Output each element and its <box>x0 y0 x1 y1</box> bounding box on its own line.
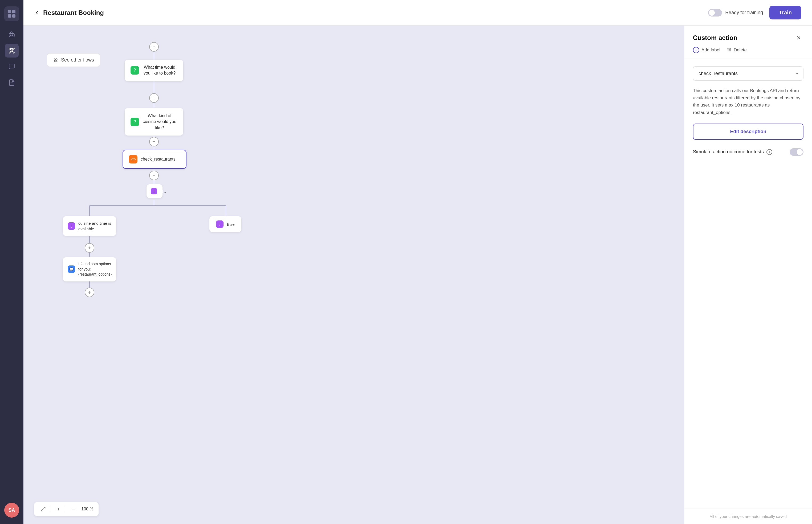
svg-point-34 <box>56 59 57 60</box>
avatar[interactable]: SA <box>4 503 19 518</box>
add-label-button[interactable]: + Add label <box>693 47 720 53</box>
add-button-top[interactable]: + <box>149 42 159 52</box>
header: Restaurant Booking Ready for training Tr… <box>23 0 812 26</box>
panel-header: Custom action + Add label <box>684 26 812 59</box>
delete-icon <box>727 47 732 53</box>
svg-point-9 <box>11 50 12 51</box>
add-button-6[interactable]: + <box>85 288 94 297</box>
action-description: This custom action calls our Bookings AP… <box>693 87 803 116</box>
action-dropdown[interactable]: check_restaurants <box>693 66 803 81</box>
simulate-row: Simulate action outcome for tests i <box>693 148 803 156</box>
ready-label: Ready for training <box>725 10 763 15</box>
zoom-in-button[interactable]: + <box>54 505 63 513</box>
ready-toggle[interactable] <box>708 9 722 17</box>
cuisine-icon: ⋮ <box>68 222 75 230</box>
panel-body: check_restaurants This custom action cal… <box>684 59 812 509</box>
add-button-3[interactable]: + <box>149 137 159 146</box>
svg-line-15 <box>10 51 12 52</box>
fullscreen-button[interactable] <box>39 505 47 513</box>
svg-line-38 <box>41 510 43 511</box>
svg-line-16 <box>12 51 14 52</box>
panel-title: Custom action <box>693 34 737 42</box>
svg-point-8 <box>13 48 14 49</box>
panel-actions: + Add label Delete <box>693 47 803 53</box>
svg-point-7 <box>9 48 10 49</box>
page-title: Restaurant Booking <box>43 9 104 17</box>
check-restaurants-node[interactable]: </> check_restaurants <box>123 150 187 169</box>
cuisine-time-label: cuisine and time is available <box>78 220 111 232</box>
delete-text: Delete <box>734 47 747 53</box>
svg-point-10 <box>9 52 10 53</box>
sidebar: SA <box>0 0 23 524</box>
else-label: Else <box>227 222 235 227</box>
train-button[interactable]: Train <box>769 6 801 19</box>
svg-point-6 <box>12 35 13 36</box>
response-label: I found som options for you: {restaurant… <box>78 261 112 277</box>
simulate-toggle[interactable] <box>790 148 803 156</box>
question1-node[interactable]: ? What time would you like to book? <box>125 60 183 81</box>
sidebar-item-flows[interactable] <box>5 44 19 58</box>
add-button-4[interactable]: + <box>149 171 159 180</box>
main-area: Restaurant Booking Ready for training Tr… <box>23 0 812 524</box>
svg-point-36 <box>56 60 57 62</box>
sidebar-logo[interactable] <box>4 6 19 21</box>
response-icon: 💬 <box>68 265 75 273</box>
svg-point-33 <box>54 59 55 60</box>
edit-description-button[interactable]: Edit description <box>693 124 803 140</box>
action-icon: </> <box>129 155 138 163</box>
panel-title-row: Custom action <box>693 33 803 43</box>
else-icon: ⋮ <box>216 220 224 228</box>
svg-line-37 <box>44 507 45 509</box>
svg-point-11 <box>13 52 14 53</box>
svg-rect-2 <box>8 14 11 18</box>
see-other-flows-label: See other flows <box>61 57 94 63</box>
canvas-wrapper: See other flows + ? What time would you … <box>23 26 812 524</box>
simulate-label-group: Simulate action outcome for tests i <box>693 149 772 155</box>
info-icon[interactable]: i <box>766 149 772 155</box>
panel-close-button[interactable] <box>794 33 803 43</box>
add-button-2[interactable]: + <box>149 93 159 103</box>
zoom-controls: + − 100 % <box>34 502 99 516</box>
flow-canvas[interactable]: See other flows + ? What time would you … <box>23 26 684 524</box>
svg-point-35 <box>54 60 55 62</box>
if-node[interactable]: ⋮ If... <box>146 184 162 198</box>
svg-line-14 <box>12 49 14 50</box>
check-restaurants-label: check_restaurants <box>141 157 176 162</box>
if-icon: ⋮ <box>151 188 157 194</box>
sidebar-item-bot[interactable] <box>5 28 19 42</box>
svg-rect-4 <box>9 34 14 37</box>
add-button-5[interactable]: + <box>85 243 94 253</box>
question2-icon: ? <box>130 118 139 126</box>
header-actions: Ready for training Train <box>708 6 801 19</box>
question2-label: What kind of cuisine would you like? <box>142 113 177 131</box>
sidebar-item-docs[interactable] <box>5 76 19 89</box>
see-other-flows-button[interactable]: See other flows <box>47 53 100 67</box>
zoom-out-button[interactable]: − <box>69 505 78 513</box>
autosave-text: All of your changes are automatically sa… <box>710 514 787 519</box>
cuisine-time-node[interactable]: ⋮ cuisine and time is available <box>63 216 116 236</box>
panel-footer: All of your changes are automatically sa… <box>684 509 812 524</box>
question1-icon: ? <box>130 66 139 75</box>
else-node[interactable]: ⋮ Else <box>209 216 241 232</box>
sidebar-item-chat[interactable] <box>5 60 19 73</box>
svg-rect-0 <box>8 10 11 13</box>
svg-line-13 <box>10 49 12 50</box>
delete-button[interactable]: Delete <box>727 47 747 53</box>
svg-point-5 <box>11 35 11 36</box>
back-button[interactable] <box>34 10 40 16</box>
svg-rect-3 <box>12 14 15 18</box>
add-label-text: Add label <box>701 47 720 53</box>
zoom-level: 100 % <box>81 507 94 511</box>
question1-label: What time would you like to book? <box>142 64 177 77</box>
ready-toggle-group: Ready for training <box>708 9 763 17</box>
question2-node[interactable]: ? What kind of cuisine would you like? <box>125 108 183 135</box>
add-label-icon: + <box>693 47 699 53</box>
svg-rect-1 <box>12 10 15 13</box>
response-node[interactable]: 💬 I found som options for you: {restaura… <box>63 257 116 281</box>
if-label: If... <box>160 189 166 194</box>
right-panel: Custom action + Add label <box>684 26 812 524</box>
simulate-label-text: Simulate action outcome for tests <box>693 149 764 155</box>
